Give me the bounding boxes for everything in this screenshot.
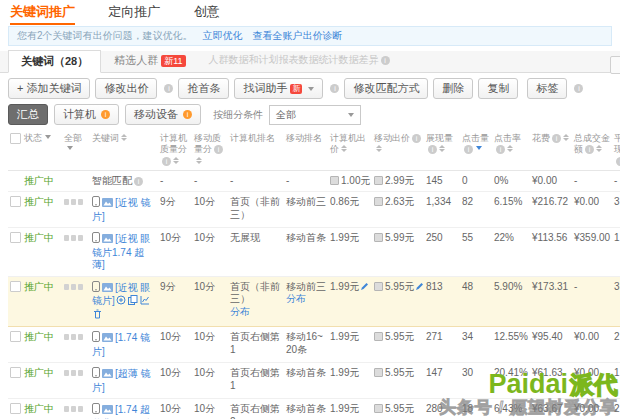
col-header-avg[interactable]: 平均展现排名i <box>612 130 620 170</box>
cell-pc_bid: 1.99元 <box>328 327 372 363</box>
insight-icon[interactable] <box>116 295 126 309</box>
device-icon <box>64 406 69 412</box>
col-header-clicks[interactable]: 点击量i <box>460 130 492 170</box>
edit-bid-icon[interactable] <box>415 282 424 295</box>
optimize-now-link[interactable]: 立即优化 <box>203 30 243 41</box>
cell-check <box>8 228 22 277</box>
cell-avg: 2 <box>612 399 620 419</box>
cell-status: 推广中 <box>22 363 62 399</box>
cell-m_score: 10分 <box>192 363 228 399</box>
keyword-row: 推广中[近视 眼镜片1.74 超薄]10分10分无展现移动首条1.99元5.99… <box>8 228 620 277</box>
grab-top-slot-button[interactable]: 抢首条 <box>178 78 229 99</box>
keyword-link[interactable]: [超薄 镜片] <box>92 368 151 393</box>
modify-match-button[interactable]: 修改匹配方式 <box>344 78 428 99</box>
col-header-pc_score[interactable]: 计算机质量分i <box>158 130 192 170</box>
cell-cost: ¥113.56 <box>530 228 572 277</box>
cell-imp: 1,334 <box>424 192 460 228</box>
condition-select[interactable]: 全部 <box>269 105 361 125</box>
chevron-down-icon <box>348 113 354 117</box>
header-row: 状态全部关键词计算机质量分i移动质量分i计算机排名移动排名计算机出价移动出价i展… <box>8 130 620 170</box>
row-checkbox[interactable] <box>10 403 21 414</box>
keyword-row: 推广中[近视 眼镜片]9分10分首页（非前三）分布移动前三分布1.99元5.95… <box>8 276 620 327</box>
col-header-rev[interactable]: 总成交金额i <box>572 130 612 170</box>
status-text: 推广中 <box>24 331 54 342</box>
device-icon <box>71 199 76 205</box>
col-header-keyword[interactable]: 关键词 <box>90 130 158 170</box>
cell-rev: - <box>572 276 612 327</box>
col-header-cost[interactable]: 花费i <box>530 130 572 170</box>
distribution-link[interactable]: 分布 <box>230 306 282 319</box>
tab-keywords[interactable]: 关键词（28） <box>8 50 101 73</box>
col-header-status[interactable]: 状态 <box>22 130 62 170</box>
nav-targeted-promotion[interactable]: 定向推广 <box>108 3 160 23</box>
keyword-link[interactable]: [近视 眼镜片1.74 超薄] <box>92 233 151 270</box>
info-icon: i <box>134 177 143 186</box>
info-icon: i <box>183 110 192 119</box>
clipped-control[interactable] <box>610 56 620 74</box>
keyword-link[interactable]: [1.74 超薄非球面眼镜片] <box>92 404 152 419</box>
keyword-row: 推广中[1.74 超薄非球面眼镜片]10分10分首页右侧第2移动首条1.99元5… <box>8 399 620 419</box>
row-checkbox[interactable] <box>10 367 21 378</box>
nav-creative[interactable]: 创意 <box>194 3 220 23</box>
nav-keyword-promotion[interactable]: 关键词推广 <box>10 3 75 25</box>
cell-m_score: 10分 <box>192 327 228 363</box>
modify-bid-button[interactable]: 修改出价 <box>95 78 157 99</box>
clipboard-icon[interactable] <box>128 295 138 309</box>
row-checkbox[interactable] <box>10 331 21 342</box>
col-header-device[interactable]: 全部 <box>62 130 90 170</box>
col-header-m_bid[interactable]: 移动出价i <box>372 130 424 170</box>
cell-m_score: 10分 <box>192 192 228 228</box>
tab-audience[interactable]: 精选人群新11 <box>101 49 198 72</box>
row-checkbox[interactable] <box>10 133 21 144</box>
cell-pc_bid: 1.99元 <box>328 276 372 327</box>
trend-chart-icon[interactable] <box>140 295 150 309</box>
chevron-down-icon <box>45 135 51 139</box>
bid-issue-notice: 您有2个关键词有出价问题，建议优化。立即优化查看全账户出价诊断 <box>8 26 612 46</box>
chevron-down-icon <box>67 146 73 150</box>
summary-toggle[interactable]: 汇总 <box>8 104 48 125</box>
edit-bid-icon[interactable] <box>360 282 369 295</box>
phone-icon <box>92 367 100 382</box>
copy-button[interactable]: 复制 <box>478 78 518 99</box>
bid-diagnose-link[interactable]: 查看全账户出价诊断 <box>253 30 343 41</box>
cell-device <box>62 276 90 327</box>
delete-icon[interactable] <box>93 309 102 323</box>
row-checkbox[interactable] <box>10 196 21 207</box>
tab-audience-label: 精选人群 <box>114 53 158 68</box>
cell-pc_rank: 首页右侧第1 <box>228 327 284 363</box>
device-icon <box>78 284 83 290</box>
col-header-ctr[interactable]: 点击率i <box>492 130 530 170</box>
cell-status: 推广中 <box>22 170 62 192</box>
keyword-link[interactable]: [近视 镜片] <box>92 197 151 222</box>
cell-pc_rank: - <box>228 170 284 192</box>
info-icon: i <box>214 145 223 154</box>
cell-rev: ¥0.00 <box>572 192 612 228</box>
device-icon <box>64 199 69 205</box>
status-text: 推广中 <box>24 175 54 186</box>
col-header-m_score[interactable]: 移动质量分i <box>192 130 228 170</box>
row-checkbox[interactable] <box>10 281 21 292</box>
col-header-imp[interactable]: 展现量i <box>424 130 460 170</box>
cell-cost: ¥61.63 <box>530 363 572 399</box>
keyword-link[interactable]: [1.74 镜片] <box>92 332 150 357</box>
cell-imp: 271 <box>424 327 460 363</box>
device-icon <box>78 370 83 376</box>
mobile-toggle[interactable]: 移动设备i <box>125 104 201 125</box>
row-checkbox[interactable] <box>10 232 21 243</box>
status-text: 推广中 <box>24 367 54 378</box>
image-icon <box>102 369 113 382</box>
delete-button[interactable]: 删除 <box>433 78 473 99</box>
sort-icon <box>196 157 202 164</box>
cell-rev: - <box>572 170 612 192</box>
info-icon: i <box>496 145 505 154</box>
distribution-link[interactable]: 分布 <box>286 293 326 306</box>
cell-avg: 3 <box>612 192 620 228</box>
cell-device <box>62 228 90 277</box>
info-icon: i <box>574 84 583 93</box>
tag-button[interactable]: 标签 <box>527 78 567 99</box>
add-keyword-button[interactable]: + 添加关键词 <box>8 78 90 99</box>
computer-toggle[interactable]: 计算机i <box>54 104 119 125</box>
cell-m_rank: 移动16~20条 <box>284 327 328 363</box>
word-assistant-button[interactable]: 找词助手 新 <box>234 78 323 99</box>
col-header-pc_bid[interactable]: 计算机出价 <box>328 130 372 170</box>
